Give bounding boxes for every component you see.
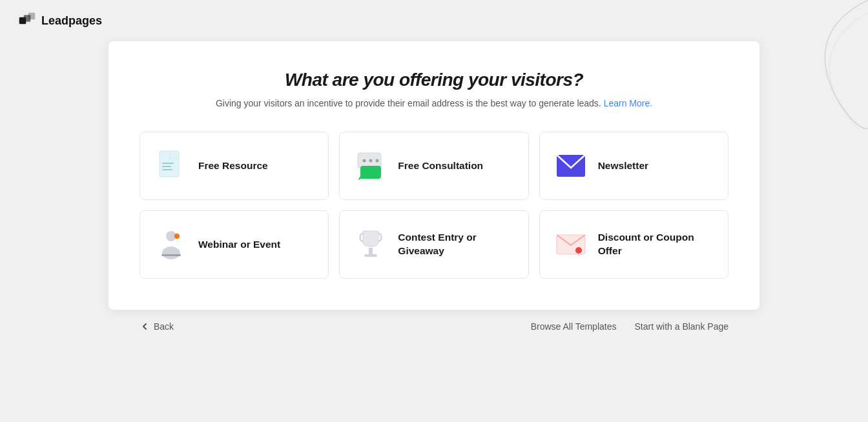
svg-point-10 bbox=[376, 159, 379, 163]
page-title: What are you offering your visitors? bbox=[140, 70, 728, 90]
blank-page-link[interactable]: Start with a Blank Page bbox=[634, 321, 728, 332]
webinar-icon bbox=[156, 229, 187, 260]
logo[interactable]: Leadpages bbox=[18, 12, 102, 30]
options-grid: Free Resource Free Consult bbox=[140, 132, 728, 279]
option-free-consultation[interactable]: Free Consultation bbox=[339, 132, 528, 200]
footer: Back Browse All Templates Start with a B… bbox=[108, 310, 760, 332]
svg-point-9 bbox=[369, 159, 373, 163]
chevron-left-icon bbox=[140, 321, 150, 332]
logo-text: Leadpages bbox=[41, 14, 102, 28]
svg-rect-2 bbox=[28, 13, 36, 20]
option-newsletter-label: Newsletter bbox=[598, 159, 648, 173]
logo-icon bbox=[18, 12, 36, 30]
chat-icon bbox=[355, 150, 386, 181]
option-newsletter[interactable]: Newsletter bbox=[539, 132, 728, 200]
svg-rect-5 bbox=[162, 166, 171, 167]
page-subtitle: Giving your visitors an incentive to pro… bbox=[140, 98, 728, 108]
svg-rect-6 bbox=[162, 169, 172, 170]
browse-templates-link[interactable]: Browse All Templates bbox=[531, 321, 617, 332]
option-webinar-event[interactable]: Webinar or Event bbox=[140, 210, 329, 279]
back-button[interactable]: Back bbox=[140, 321, 174, 332]
trophy-icon bbox=[355, 229, 386, 260]
option-discount-label: Discount or Coupon Offer bbox=[598, 231, 712, 258]
option-contest-giveaway[interactable]: Contest Entry or Giveaway bbox=[339, 210, 528, 279]
coupon-icon bbox=[555, 229, 586, 260]
option-webinar-label: Webinar or Event bbox=[198, 238, 280, 252]
svg-rect-4 bbox=[162, 163, 174, 164]
option-contest-label: Contest Entry or Giveaway bbox=[398, 231, 512, 258]
svg-rect-15 bbox=[161, 254, 181, 256]
option-discount-coupon[interactable]: Discount or Coupon Offer bbox=[539, 210, 728, 279]
main-card: What are you offering your visitors? Giv… bbox=[108, 41, 760, 310]
envelope-icon bbox=[555, 150, 586, 181]
option-free-resource[interactable]: Free Resource bbox=[140, 132, 329, 200]
document-icon bbox=[156, 150, 187, 181]
svg-point-16 bbox=[174, 234, 180, 239]
footer-right-links: Browse All Templates Start with a Blank … bbox=[531, 321, 728, 332]
svg-point-8 bbox=[363, 159, 366, 163]
header: Leadpages bbox=[0, 0, 868, 41]
svg-point-14 bbox=[162, 246, 180, 259]
svg-rect-11 bbox=[360, 166, 381, 179]
learn-more-link[interactable]: Learn More. bbox=[604, 98, 652, 108]
svg-rect-17 bbox=[369, 248, 373, 254]
svg-point-20 bbox=[575, 247, 582, 254]
svg-rect-18 bbox=[364, 254, 377, 257]
option-free-consultation-label: Free Consultation bbox=[398, 159, 483, 173]
option-free-resource-label: Free Resource bbox=[198, 159, 268, 173]
